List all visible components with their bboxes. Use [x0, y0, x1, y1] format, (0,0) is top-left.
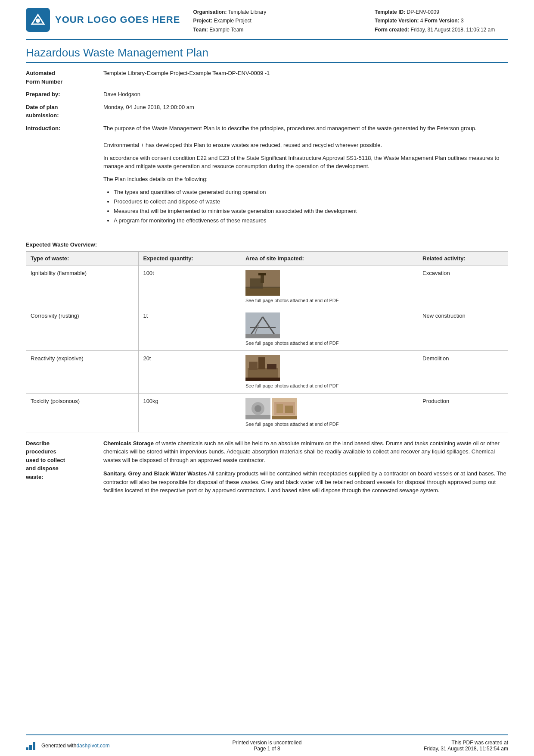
photo-svg-4a [245, 398, 270, 419]
footer-left: Generated with dashpivot.com [26, 741, 146, 750]
template-id-value: DP-ENV-0009 [407, 9, 439, 15]
dashpivot-icon [26, 741, 38, 750]
footer-right: This PDF was created at Friday, 31 Augus… [388, 740, 508, 752]
waste-type-cell: Reactivity (explosive) [26, 351, 139, 394]
prepared-by-row: Prepared by: Dave Hodgson [26, 90, 508, 99]
waste-activity-cell: Excavation [418, 265, 508, 308]
waste-qty-cell: 20t [139, 351, 241, 394]
logo-area: YOUR LOGO GOES HERE [26, 8, 180, 32]
table-section-heading: Expected Waste Overview: [26, 241, 508, 248]
introduction-row: Introduction: The purpose of the Waste M… [26, 124, 508, 137]
svg-rect-30 [29, 745, 32, 750]
pdf-text: This PDF was created at [388, 740, 508, 746]
logo-icon [26, 8, 50, 32]
prepared-by-value: Dave Hodgson [103, 90, 508, 99]
date-label: Date of plan submission: [26, 103, 103, 120]
svg-rect-23 [245, 415, 270, 419]
waste-table-body: Ignitability (flammable)100t See full pa… [26, 265, 508, 432]
col-quantity: Expected quantity: [139, 251, 241, 265]
waste-type-cell: Ignitability (flammable) [26, 265, 139, 308]
bullet-item: The types and quantities of waste genera… [114, 187, 508, 197]
waste-photo-cell: See full page photos attached at end of … [241, 308, 418, 350]
logo-text: YOUR LOGO GOES HERE [55, 15, 180, 25]
waste-activity-cell: New construction [418, 308, 508, 350]
form-created-value: Friday, 31 August 2018, 11:05:12 am [410, 27, 495, 33]
svg-rect-6 [258, 273, 266, 275]
describe-section: Describe procedures used to collect and … [26, 439, 508, 500]
team-label: Team: [193, 27, 208, 33]
describe-content: Chemicals Storage of waste chemicals suc… [103, 439, 508, 500]
waste-activity-cell: Production [418, 394, 508, 432]
project-label: Project: [193, 18, 212, 24]
footer-center: Printed version is uncontrolled Page 1 o… [146, 740, 388, 752]
bullet-item: A program for monitoring the effectivene… [114, 216, 508, 225]
header-right: Template ID: DP-ENV-0009 Template Versio… [375, 8, 508, 34]
svg-point-1 [36, 19, 40, 23]
form-version-value: 3 [461, 18, 464, 24]
pdf-date: Friday, 31 August 2018, 11:52:54 am [388, 746, 508, 752]
waste-photo-cell: See full page photos attached at end of … [241, 351, 418, 394]
form-version-label: Form Version: [425, 18, 459, 24]
project-value: Example Project [214, 18, 251, 24]
table-row: Ignitability (flammable)100t See full pa… [26, 265, 508, 308]
waste-type-cell: Toxicity (poisonous) [26, 394, 139, 432]
table-row: Reactivity (explosive)20t See full page … [26, 351, 508, 394]
photo-svg-2 [245, 312, 280, 338]
photo-svg-4b [272, 398, 297, 419]
svg-rect-16 [249, 362, 258, 370]
page-footer: Generated with dashpivot.com Printed ver… [26, 734, 508, 756]
svg-rect-26 [276, 404, 283, 413]
org-label: Organisation: [193, 9, 227, 15]
template-version-label: Template Version: [375, 18, 419, 24]
svg-rect-28 [272, 416, 297, 419]
table-row: Toxicity (poisonous)100kg See full page … [26, 394, 508, 432]
form-number-value: Template Library-Example Project-Example… [103, 69, 508, 78]
form-number-row: Automated Form Number Template Library-E… [26, 69, 508, 86]
team-value: Example Team [209, 27, 243, 33]
introduction-content: The purpose of the Waste Management Plan… [103, 124, 508, 137]
org-value: Template Library [228, 9, 267, 15]
waste-photo-cell: See full page photos attached at end of … [241, 265, 418, 308]
form-created-label: Form created: [375, 27, 409, 33]
intro-para2: Environmental + has developed this Plan … [103, 141, 508, 150]
photo-svg-3 [245, 355, 280, 381]
date-value: Monday, 04 June 2018, 12:00:00 am [103, 103, 508, 112]
svg-rect-19 [245, 378, 280, 381]
introduction-label: Introduction: [26, 124, 103, 133]
dashpivot-link[interactable]: dashpivot.com [76, 743, 109, 749]
document-title: Hazardous Waste Management Plan [26, 46, 508, 63]
col-area: Area of site impacted: [241, 251, 418, 265]
col-activity: Related activity: [418, 251, 508, 265]
intro-paragraphs: Environmental + has developed this Plan … [103, 141, 508, 230]
waste-qty-cell: 100t [139, 265, 241, 308]
waste-qty-cell: 100kg [139, 394, 241, 432]
svg-rect-31 [33, 742, 35, 750]
waste-type-cell: Corrosivity (rusting) [26, 308, 139, 350]
bullet-item: Measures that will be implemented to min… [114, 206, 508, 216]
waste-photo-cell: See full page photos attached at end of … [241, 394, 418, 432]
svg-rect-13 [245, 334, 280, 338]
waste-table: Type of waste: Expected quantity: Area o… [26, 251, 508, 432]
intro-bullet-list: The types and quantities of waste genera… [114, 187, 508, 225]
intro-para1: The purpose of the Waste Management Plan… [103, 124, 508, 133]
col-type: Type of waste: [26, 251, 139, 265]
template-id-label: Template ID: [375, 9, 405, 15]
photo-svg-1 [245, 270, 280, 296]
template-version-value: 4 [420, 18, 423, 24]
form-number-label: Automated Form Number [26, 69, 103, 86]
intro-para4: The Plan includes details on the followi… [103, 175, 508, 184]
describe-para1: Chemicals Storage of waste chemicals suc… [103, 439, 508, 465]
page-header: YOUR LOGO GOES HERE Organisation: Templa… [26, 0, 508, 40]
svg-rect-17 [258, 357, 265, 369]
bullet-item: Procedures to collect and dispose of was… [114, 197, 508, 206]
describe-para2: Sanitary, Grey and Black Water Wastes Al… [103, 469, 508, 495]
date-row: Date of plan submission: Monday, 04 June… [26, 103, 508, 120]
intro-para3: In accordance with consent condition E22… [103, 154, 508, 171]
table-header-row: Type of waste: Expected quantity: Area o… [26, 251, 508, 265]
svg-rect-27 [285, 406, 293, 413]
svg-point-22 [255, 405, 261, 412]
prepared-by-label: Prepared by: [26, 90, 103, 99]
svg-rect-29 [26, 747, 28, 750]
uncontrolled-text: Printed version is uncontrolled [146, 740, 388, 746]
generated-text: Generated with [41, 743, 76, 749]
